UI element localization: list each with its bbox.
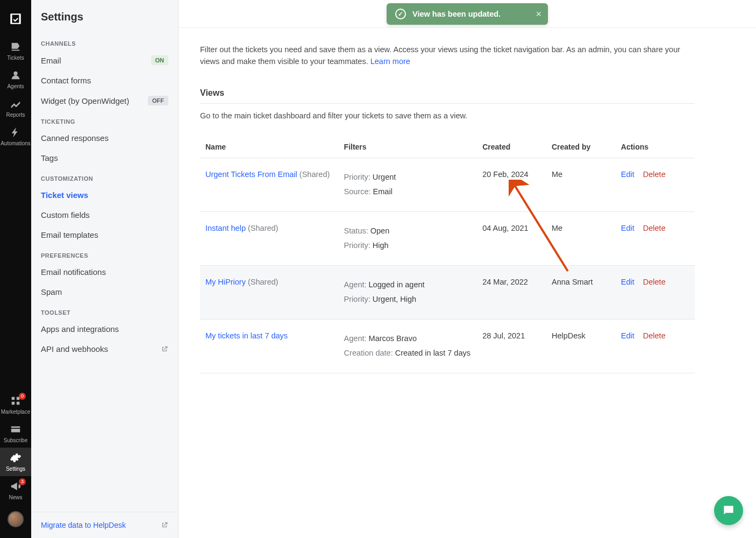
col-name: Name bbox=[200, 136, 339, 158]
shared-label: (Shared) bbox=[297, 170, 330, 179]
nav-label: News bbox=[9, 494, 22, 500]
sidebar-item-label: Spam bbox=[41, 287, 62, 296]
settings-title: Settings bbox=[31, 11, 178, 33]
views-heading: Views bbox=[200, 88, 695, 98]
table-row[interactable]: Urgent Tickets From Email (Shared)Priori… bbox=[200, 158, 695, 211]
nav-profile[interactable] bbox=[0, 505, 31, 532]
nav-automations[interactable]: Automations bbox=[0, 122, 31, 151]
delete-link[interactable]: Delete bbox=[643, 224, 666, 232]
nav-news[interactable]: 3 News bbox=[0, 476, 31, 505]
nav-tickets[interactable]: Tickets bbox=[0, 37, 31, 65]
section-customization: CUSTOMIZATION bbox=[31, 168, 178, 185]
col-created: Created bbox=[477, 136, 546, 158]
sidebar-item-tags[interactable]: Tags bbox=[31, 148, 178, 168]
delete-link[interactable]: Delete bbox=[643, 278, 666, 286]
table-row[interactable]: Instant help (Shared)Status: OpenPriorit… bbox=[200, 211, 695, 265]
view-name-link[interactable]: My tickets in last 7 days bbox=[205, 331, 288, 340]
close-icon[interactable]: × bbox=[536, 9, 541, 20]
view-name-link[interactable]: Urgent Tickets From Email bbox=[205, 170, 297, 179]
col-createdby: Created by bbox=[546, 136, 616, 158]
external-link-icon bbox=[161, 345, 168, 353]
migrate-link[interactable]: Migrate data to HelpDesk bbox=[41, 521, 168, 529]
table-row[interactable]: My HiPriory (Shared)Agent: Logged in age… bbox=[200, 265, 695, 319]
page-description: Filter out the tickets you need and save… bbox=[200, 44, 695, 68]
table-row[interactable]: My tickets in last 7 daysAgent: Marcos B… bbox=[200, 319, 695, 373]
created-cell: 28 Jul, 2021 bbox=[477, 319, 546, 373]
sidebar-item-spam[interactable]: Spam bbox=[31, 282, 178, 302]
section-preferences: PREFERENCES bbox=[31, 245, 178, 262]
section-ticketing: TICKETING bbox=[31, 111, 178, 128]
nav-label: Subscribe bbox=[4, 437, 27, 443]
filters-cell: Agent: Logged in agentPriority: Urgent, … bbox=[339, 265, 477, 319]
filters-cell: Priority: UrgentSource: Email bbox=[339, 158, 477, 211]
created-by-cell: HelpDesk bbox=[546, 319, 616, 373]
sidebar-item-api[interactable]: API and webhooks bbox=[31, 339, 178, 359]
delete-link[interactable]: Delete bbox=[643, 331, 666, 340]
toast-success: ✓ View has been updated. × bbox=[387, 3, 548, 25]
filters-cell: Agent: Marcos BravoCreation date: Create… bbox=[339, 319, 477, 373]
created-by-cell: Anna Smart bbox=[546, 265, 616, 319]
views-table: Name Filters Created Created by Actions … bbox=[200, 136, 695, 373]
sidebar-item-ticket-views[interactable]: Ticket views bbox=[31, 185, 178, 205]
shared-label: (Shared) bbox=[246, 224, 278, 232]
sidebar-item-contact-forms[interactable]: Contact forms bbox=[31, 70, 178, 90]
nav-subscribe[interactable]: Subscribe bbox=[0, 419, 31, 448]
shared-label: (Shared) bbox=[246, 278, 278, 286]
edit-link[interactable]: Edit bbox=[621, 224, 634, 232]
sidebar-item-label: Contact forms bbox=[41, 76, 91, 85]
sidebar-item-widget[interactable]: Widget (by OpenWidget) OFF bbox=[31, 90, 178, 111]
sidebar-item-label: Email bbox=[41, 56, 61, 65]
created-cell: 24 Mar, 2022 bbox=[477, 265, 546, 319]
sidebar-item-label: API and webhooks bbox=[41, 344, 108, 353]
created-by-cell: Me bbox=[546, 211, 616, 265]
nav-settings[interactable]: Settings bbox=[0, 448, 31, 476]
sidebar-item-email-templates[interactable]: Email templates bbox=[31, 225, 178, 245]
view-name-link[interactable]: Instant help bbox=[205, 224, 246, 232]
nav-label: Agents bbox=[7, 83, 24, 89]
sidebar-item-label: Apps and integrations bbox=[41, 324, 119, 334]
nav-marketplace[interactable]: 0 Marketplace bbox=[0, 391, 31, 419]
badge-count: 0 bbox=[19, 393, 26, 400]
badge-count: 3 bbox=[19, 478, 26, 485]
main-area: Ticket views ✓ View has been updated. × … bbox=[179, 0, 756, 538]
migrate-label: Migrate data to HelpDesk bbox=[41, 521, 126, 529]
filters-cell: Status: OpenPriority: High bbox=[339, 211, 477, 265]
col-filters: Filters bbox=[339, 136, 477, 158]
created-cell: 20 Feb, 2024 bbox=[477, 158, 546, 211]
created-by-cell: Me bbox=[546, 158, 616, 211]
external-link-icon bbox=[161, 521, 168, 529]
nav-label: Tickets bbox=[7, 55, 24, 61]
sidebar-item-email[interactable]: Email ON bbox=[31, 50, 178, 70]
avatar bbox=[8, 511, 24, 527]
nav-label: Settings bbox=[6, 466, 25, 472]
sidebar-item-apps[interactable]: Apps and integrations bbox=[31, 319, 178, 339]
section-toolset: TOOLSET bbox=[31, 302, 178, 319]
sidebar-item-custom-fields[interactable]: Custom fields bbox=[31, 205, 178, 225]
view-name-link[interactable]: My HiPriory bbox=[205, 278, 246, 286]
sidebar-item-email-notifications[interactable]: Email notifications bbox=[31, 262, 178, 282]
nav-agents[interactable]: Agents bbox=[0, 65, 31, 94]
delete-link[interactable]: Delete bbox=[643, 170, 666, 179]
edit-link[interactable]: Edit bbox=[621, 170, 634, 179]
views-subdesc: Go to the main ticket dashboard and filt… bbox=[200, 111, 695, 120]
edit-link[interactable]: Edit bbox=[621, 278, 634, 286]
edit-link[interactable]: Edit bbox=[621, 331, 634, 340]
sidebar-item-label: Email templates bbox=[41, 230, 98, 239]
col-actions: Actions bbox=[616, 136, 695, 158]
nav-label: Automations bbox=[1, 140, 31, 146]
learn-more-link[interactable]: Learn more bbox=[370, 57, 410, 66]
nav-reports[interactable]: Reports bbox=[0, 94, 31, 122]
status-pill: ON bbox=[151, 55, 169, 65]
settings-sidebar: Settings CHANNELS Email ON Contact forms… bbox=[31, 0, 179, 538]
sidebar-item-label: Ticket views bbox=[41, 190, 88, 200]
sidebar-item-label: Email notifications bbox=[41, 267, 106, 277]
created-cell: 04 Aug, 2021 bbox=[477, 211, 546, 265]
sidebar-item-canned[interactable]: Canned responses bbox=[31, 128, 178, 148]
chat-button[interactable] bbox=[714, 496, 743, 525]
app-logo[interactable] bbox=[9, 8, 23, 37]
status-pill: OFF bbox=[148, 96, 168, 105]
nav-label: Reports bbox=[6, 112, 25, 118]
toast-message: View has been updated. bbox=[412, 10, 501, 18]
nav-rail: Tickets Agents Reports Automations 0 Mar… bbox=[0, 0, 31, 538]
sidebar-item-label: Widget (by OpenWidget) bbox=[41, 96, 129, 105]
